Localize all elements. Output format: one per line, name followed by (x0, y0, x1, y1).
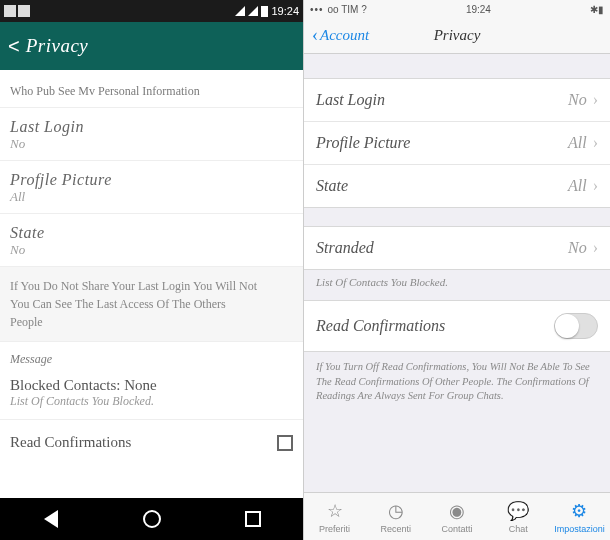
setting-state[interactable]: State No (0, 214, 303, 267)
read-conf-note: If You Turn Off Read Confirmations, You … (304, 352, 610, 412)
chevron-right-icon: › (593, 134, 598, 152)
blocked-subtitle: List Of Contacts You Blocked. (10, 394, 293, 409)
row-label: State (316, 177, 568, 195)
row-label: Read Confirmations (316, 317, 554, 335)
tab-recent[interactable]: Recenti (365, 493, 426, 540)
nav-back-button[interactable] (41, 509, 61, 529)
message-section-header: Message (0, 342, 303, 371)
clock-icon (385, 500, 407, 522)
nav-home-button[interactable] (142, 509, 162, 529)
row-value: All (568, 177, 587, 195)
setting-title: State (10, 224, 293, 242)
statusbar-time: 19:24 (466, 4, 491, 15)
wifi-icon (235, 6, 245, 16)
nav-recent-button[interactable] (243, 509, 263, 529)
ios-content: Last Login No › Profile Picture All › St… (304, 54, 610, 492)
row-label: Profile Picture (316, 134, 568, 152)
ios-pane: ••• oo TIM ? 19:24 ✱ ▮ ‹ Account Privacy… (304, 0, 610, 540)
blocked-title: Blocked Contacts: None (10, 377, 293, 394)
carrier-label: oo TIM ? (328, 4, 367, 15)
signal-icon (248, 6, 258, 16)
read-confirmations-row[interactable]: Read Confirmations (0, 420, 303, 465)
gear-icon (568, 500, 590, 522)
section-header: Who Pub See Mv Personal Information (0, 70, 303, 108)
back-icon[interactable]: < (8, 35, 20, 58)
row-value: All (568, 134, 587, 152)
chevron-left-icon: ‹ (312, 25, 318, 46)
tab-label: Recenti (381, 524, 412, 534)
setting-value: All (10, 189, 293, 205)
tab-contacts[interactable]: Contatti (426, 493, 487, 540)
back-label: Account (320, 27, 369, 44)
ios-tabbar: Preferiti Recenti Contatti Chat Impostaz… (304, 492, 610, 540)
setting-last-login[interactable]: Last Login No (0, 108, 303, 161)
setting-value: No (10, 136, 293, 152)
setting-profile-picture[interactable]: Profjle Picture All (0, 161, 303, 214)
setting-title: Last Login (10, 118, 293, 136)
notification-icon (18, 5, 30, 17)
chevron-right-icon: › (593, 177, 598, 195)
row-value: No (568, 91, 587, 109)
row-last-login[interactable]: Last Login No › (304, 79, 610, 122)
tab-label: Chat (509, 524, 528, 534)
statusbar-time: 19:24 (271, 5, 299, 17)
row-read-confirmations[interactable]: Read Confirmations (304, 301, 610, 351)
star-icon (324, 500, 346, 522)
android-pane: 19:24 < Privacy Who Pub See Mv Personal … (0, 0, 304, 540)
row-label: Stranded (316, 239, 568, 257)
row-stranded[interactable]: Stranded No › (304, 227, 610, 269)
row-profile-picture[interactable]: Profile Picture All › (304, 122, 610, 165)
android-navbar (0, 498, 303, 540)
blocked-note: List Of Contacts You Blocked. (304, 270, 610, 288)
row-state[interactable]: State All › (304, 165, 610, 207)
row-value: No (568, 239, 587, 257)
battery-icon: ▮ (598, 4, 604, 15)
tab-favorites[interactable]: Preferiti (304, 493, 365, 540)
notification-icon (4, 5, 16, 17)
setting-title: Profjle Picture (10, 171, 293, 189)
bluetooth-icon: ✱ (590, 4, 598, 15)
android-statusbar: 19:24 (0, 0, 303, 22)
tab-label: Contatti (441, 524, 472, 534)
ios-header: ‹ Account Privacy (304, 18, 610, 54)
toggle-switch[interactable] (554, 313, 598, 339)
chevron-right-icon: › (593, 91, 598, 109)
setting-value: No (10, 242, 293, 258)
battery-icon (261, 6, 268, 17)
read-confirmations-label: Read Confirmations (10, 434, 131, 451)
info-note: If You Do Not Share Your Last Login You … (0, 267, 303, 342)
ios-statusbar: ••• oo TIM ? 19:24 ✱ ▮ (304, 0, 610, 18)
privacy-group: Last Login No › Profile Picture All › St… (304, 78, 610, 208)
header-title: Privacy (26, 35, 89, 57)
row-label: Last Login (316, 91, 568, 109)
chat-icon (507, 500, 529, 522)
tab-settings[interactable]: Impostazioni (549, 493, 610, 540)
blocked-group: Stranded No › (304, 226, 610, 270)
signal-dots-icon: ••• (310, 4, 324, 15)
chevron-right-icon: › (593, 239, 598, 257)
tab-chat[interactable]: Chat (488, 493, 549, 540)
person-icon (446, 500, 468, 522)
tab-label: Preferiti (319, 524, 350, 534)
android-content: Who Pub See Mv Personal Information Last… (0, 70, 303, 498)
tab-label: Impostazioni (554, 524, 605, 534)
read-conf-group: Read Confirmations (304, 300, 610, 352)
back-button[interactable]: ‹ Account (312, 25, 369, 46)
android-header[interactable]: < Privacy (0, 22, 303, 70)
blocked-contacts[interactable]: Blocked Contacts: None List Of Contacts … (0, 371, 303, 420)
checkbox-icon[interactable] (277, 435, 293, 451)
